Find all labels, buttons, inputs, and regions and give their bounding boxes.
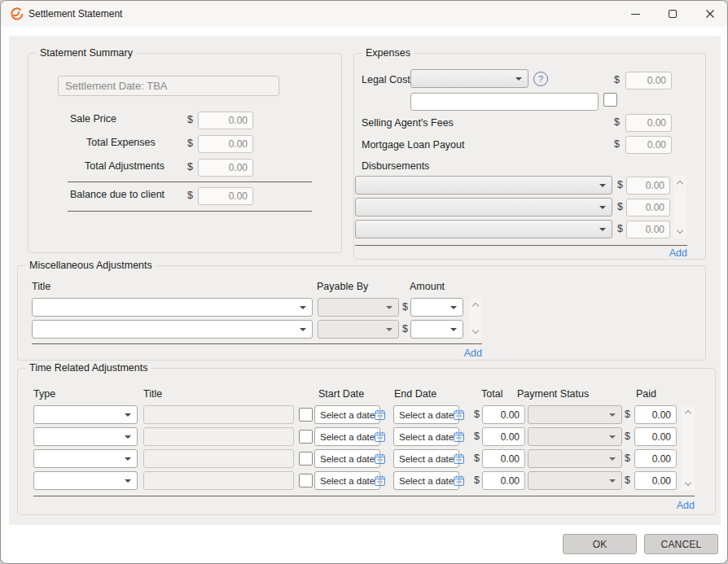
scroll-up-icon[interactable] bbox=[677, 181, 683, 187]
ok-button[interactable]: OK bbox=[563, 534, 637, 554]
start-date-picker[interactable]: Select a date bbox=[314, 405, 380, 424]
time-title-input[interactable] bbox=[143, 449, 294, 468]
statement-summary-title: Statement Summary bbox=[36, 47, 137, 59]
scroll-down-icon[interactable] bbox=[685, 479, 691, 486]
misc-payable-by-column-header: Payable By bbox=[317, 281, 368, 292]
settlement-date-field[interactable] bbox=[58, 76, 279, 96]
legal-costs-description-input[interactable] bbox=[410, 93, 599, 111]
time-title-input[interactable] bbox=[143, 405, 294, 424]
time-row-checkbox[interactable] bbox=[299, 430, 313, 444]
time-type-dropdown[interactable] bbox=[33, 449, 138, 468]
expenses-divider bbox=[355, 245, 687, 246]
disbursement-dropdown[interactable] bbox=[355, 198, 612, 216]
mortgage-loan-payout-input[interactable] bbox=[625, 136, 672, 154]
start-date-picker[interactable]: Select a date bbox=[314, 449, 380, 468]
time-paid-input[interactable] bbox=[634, 405, 677, 424]
currency-symbol: $ bbox=[474, 453, 480, 464]
add-misc-adjustment-link[interactable]: Add bbox=[441, 348, 482, 359]
time-row-checkbox[interactable] bbox=[299, 408, 313, 422]
balance-due-input[interactable] bbox=[198, 187, 253, 205]
time-title-input[interactable] bbox=[143, 471, 294, 490]
total-expenses-input[interactable] bbox=[198, 135, 253, 153]
end-date-picker[interactable]: Select a date bbox=[393, 449, 459, 468]
time-adjustments-scrollbar[interactable] bbox=[682, 405, 695, 491]
calendar-icon bbox=[375, 475, 385, 486]
payment-status-dropdown[interactable] bbox=[528, 449, 622, 468]
time-paid-input[interactable] bbox=[634, 449, 677, 468]
scroll-up-icon[interactable] bbox=[685, 410, 691, 417]
cancel-button[interactable]: CANCEL bbox=[644, 534, 718, 554]
minimize-button[interactable] bbox=[616, 1, 654, 27]
sale-price-input[interactable] bbox=[198, 111, 253, 129]
time-type-dropdown[interactable] bbox=[33, 427, 138, 446]
disbursement-amount-input[interactable] bbox=[626, 199, 670, 216]
add-time-adjustment-link[interactable]: Add bbox=[654, 500, 695, 511]
time-total-input[interactable] bbox=[482, 471, 525, 490]
legal-costs-dropdown[interactable] bbox=[410, 69, 528, 88]
time-total-input[interactable] bbox=[482, 405, 525, 424]
calendar-icon bbox=[454, 409, 464, 420]
add-disbursement-link[interactable]: Add bbox=[647, 247, 687, 259]
disbursement-amount-input[interactable] bbox=[626, 221, 670, 238]
selling-agents-fees-input[interactable] bbox=[625, 114, 672, 132]
scroll-up-icon[interactable] bbox=[472, 303, 479, 309]
end-date-picker[interactable]: Select a date bbox=[393, 427, 459, 446]
time-row-checkbox[interactable] bbox=[299, 452, 313, 466]
disbursement-amount-input[interactable] bbox=[626, 177, 670, 195]
end-date-picker[interactable]: Select a date bbox=[393, 405, 459, 424]
maximize-button[interactable] bbox=[654, 1, 691, 27]
disbursements-scrollbar[interactable] bbox=[673, 176, 686, 238]
scroll-down-icon[interactable] bbox=[472, 327, 479, 334]
time-total-column-header: Total bbox=[481, 388, 502, 400]
misc-payable-by-dropdown[interactable] bbox=[318, 298, 399, 317]
start-date-picker[interactable]: Select a date bbox=[314, 471, 380, 490]
close-button[interactable] bbox=[691, 1, 728, 27]
currency-symbol: $ bbox=[474, 431, 480, 442]
help-icon[interactable]: ? bbox=[533, 72, 548, 86]
time-total-input[interactable] bbox=[482, 427, 525, 446]
currency-symbol: $ bbox=[187, 114, 193, 125]
misc-amount-dropdown[interactable] bbox=[410, 320, 463, 339]
currency-symbol: $ bbox=[625, 431, 630, 442]
calendar-icon bbox=[454, 475, 464, 486]
payment-status-dropdown[interactable] bbox=[528, 405, 622, 424]
time-type-column-header: Type bbox=[33, 388, 55, 400]
summary-divider bbox=[68, 181, 312, 182]
time-title-input[interactable] bbox=[143, 427, 294, 446]
currency-symbol: $ bbox=[474, 474, 480, 486]
legal-costs-checkbox[interactable] bbox=[603, 93, 617, 107]
time-type-dropdown[interactable] bbox=[33, 405, 138, 424]
payment-status-dropdown[interactable] bbox=[528, 427, 622, 446]
total-expenses-label: Total Expenses bbox=[86, 137, 156, 148]
currency-symbol: $ bbox=[474, 409, 480, 420]
time-paid-input[interactable] bbox=[634, 427, 677, 446]
minimize-icon bbox=[631, 14, 640, 15]
currency-symbol: $ bbox=[617, 223, 623, 234]
disbursement-dropdown[interactable] bbox=[355, 220, 612, 238]
legal-costs-amount-input[interactable] bbox=[625, 72, 672, 90]
end-date-picker[interactable]: Select a date bbox=[393, 471, 459, 490]
total-adjustments-input[interactable] bbox=[198, 159, 253, 177]
start-date-picker[interactable]: Select a date bbox=[314, 427, 380, 446]
misc-adjustments-scrollbar[interactable] bbox=[469, 298, 482, 339]
misc-amount-dropdown[interactable] bbox=[410, 298, 463, 317]
date-placeholder: Select a date bbox=[320, 432, 375, 442]
misc-payable-by-dropdown[interactable] bbox=[318, 320, 399, 339]
time-adjustments-divider bbox=[33, 496, 695, 496]
misc-title-dropdown[interactable] bbox=[32, 298, 313, 317]
legal-costs-label: Legal Costs bbox=[362, 74, 415, 85]
time-adjustments-title: Time Related Adjustments bbox=[25, 362, 151, 374]
time-row-checkbox[interactable] bbox=[299, 474, 313, 487]
time-type-dropdown[interactable] bbox=[33, 471, 138, 490]
currency-symbol: $ bbox=[614, 138, 620, 150]
date-placeholder: Select a date bbox=[320, 476, 375, 486]
mortgage-loan-payout-label: Mortgage Loan Payout bbox=[362, 139, 464, 151]
misc-title-column-header: Title bbox=[32, 281, 50, 292]
scroll-down-icon[interactable] bbox=[677, 227, 683, 234]
currency-symbol: $ bbox=[187, 190, 193, 201]
disbursement-dropdown[interactable] bbox=[355, 176, 612, 195]
time-total-input[interactable] bbox=[482, 449, 525, 468]
misc-title-dropdown[interactable] bbox=[32, 320, 313, 339]
payment-status-dropdown[interactable] bbox=[528, 471, 622, 490]
time-paid-input[interactable] bbox=[634, 471, 677, 490]
